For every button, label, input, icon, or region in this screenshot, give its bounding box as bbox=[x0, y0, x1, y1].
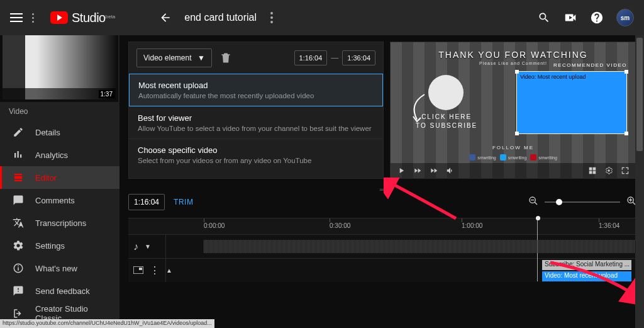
option-desc: Allow YouTube to select a video from you… bbox=[138, 125, 374, 132]
info-icon bbox=[13, 263, 24, 274]
grid-icon[interactable] bbox=[588, 166, 597, 175]
chevron-down-icon[interactable]: ▼ bbox=[145, 243, 151, 250]
vertical-scrollbar[interactable] bbox=[635, 35, 644, 328]
audio-track: ♪ ▼ bbox=[128, 234, 636, 258]
music-note-icon: ♪ bbox=[133, 241, 138, 252]
preview-social-row: smwriting smwriting smwriting bbox=[391, 154, 636, 161]
delete-element-icon[interactable] bbox=[219, 52, 232, 64]
nav-label: Details bbox=[35, 128, 60, 137]
play-icon[interactable] bbox=[397, 166, 406, 175]
video-thumbnail[interactable]: 1:37 bbox=[0, 35, 118, 102]
video-options-menu-icon[interactable] bbox=[270, 12, 273, 23]
guide-menu-icon[interactable] bbox=[26, 13, 39, 23]
endscreen-track: ⋮ ▲ Subscribe: Social Marketing ... Vide… bbox=[128, 258, 636, 282]
preview-headline: THANK YOU FOR WATCHING bbox=[438, 50, 587, 60]
sidebar-nav: Details Analytics Editor Comments Transc… bbox=[0, 121, 119, 325]
end-card-subscribe-element[interactable] bbox=[428, 75, 464, 110]
main-content: Video element ▼ 1:16:04 — 1:36:04 Most r… bbox=[119, 35, 644, 328]
zoom-control bbox=[528, 196, 636, 208]
element-time-range: 1:16:04 — 1:36:04 bbox=[294, 50, 375, 65]
nav-label: Editor bbox=[35, 173, 57, 183]
end-card-label: Video: Most recent upload bbox=[517, 72, 626, 82]
sidebar: 1:37 Video Details Analytics Editor Comm… bbox=[0, 35, 119, 328]
nav-editor[interactable]: Editor bbox=[0, 166, 119, 189]
ruler-tick: 0:30:00 bbox=[330, 222, 350, 229]
nav-label: Comments bbox=[35, 196, 75, 205]
option-most-recent-upload[interactable]: Most recent upload Automatically feature… bbox=[129, 74, 383, 106]
skip-forward-icon[interactable] bbox=[430, 166, 438, 175]
zoom-slider[interactable] bbox=[545, 201, 620, 203]
range-dash: — bbox=[331, 54, 338, 62]
option-title: Most recent upload bbox=[138, 81, 374, 90]
nav-label: Send feedback bbox=[35, 286, 90, 296]
help-icon[interactable] bbox=[590, 11, 604, 25]
pencil-icon bbox=[13, 127, 24, 138]
video-title: end card tutorial bbox=[184, 12, 257, 23]
sidebar-section-label: Video bbox=[0, 102, 119, 121]
search-icon[interactable] bbox=[537, 11, 551, 25]
more-icon[interactable]: ⋮ bbox=[150, 264, 160, 276]
ruler-tick: 0:00:00 bbox=[204, 222, 225, 229]
settings-icon[interactable] bbox=[604, 166, 613, 175]
gear-icon bbox=[13, 240, 24, 251]
nav-label: Transcriptions bbox=[35, 218, 86, 228]
back-arrow-icon[interactable] bbox=[159, 11, 172, 24]
bar-chart-icon bbox=[13, 149, 24, 161]
nav-analytics[interactable]: Analytics bbox=[0, 144, 119, 166]
skip-back-icon[interactable] bbox=[413, 166, 422, 175]
volume-icon[interactable] bbox=[446, 166, 455, 175]
nav-details[interactable]: Details bbox=[0, 121, 119, 144]
chevron-down-icon: ▼ bbox=[197, 54, 205, 62]
range-end-input[interactable]: 1:36:04 bbox=[342, 50, 375, 65]
element-settings-panel: Video element ▼ 1:16:04 — 1:36:04 Most r… bbox=[128, 42, 384, 179]
youtube-play-icon bbox=[50, 11, 68, 24]
nav-comments[interactable]: Comments bbox=[0, 189, 119, 212]
element-type-dropdown[interactable]: Video element ▼ bbox=[136, 48, 212, 67]
create-video-icon[interactable] bbox=[564, 11, 577, 25]
option-best-for-viewer[interactable]: Best for viewer Allow YouTube to select … bbox=[129, 106, 383, 139]
nav-label: Analytics bbox=[35, 150, 68, 160]
recommended-label: RECOMMENDED VIDEO bbox=[553, 62, 627, 68]
svg-rect-2 bbox=[18, 266, 19, 267]
preview-follow-label: FOLLOW ME bbox=[391, 145, 636, 150]
nav-send-feedback[interactable]: Send feedback bbox=[0, 280, 119, 302]
nav-transcriptions[interactable]: Transcriptions bbox=[0, 212, 119, 234]
timeline-chip-video[interactable]: Video: Most recent upload bbox=[542, 271, 631, 281]
option-choose-specific[interactable]: Choose specific video Select from your v… bbox=[129, 139, 383, 171]
svg-point-3 bbox=[608, 169, 610, 172]
youtube-studio-logo[interactable]: Studiobeta bbox=[50, 11, 115, 25]
hamburger-icon[interactable] bbox=[10, 13, 23, 22]
svg-rect-12 bbox=[139, 268, 142, 270]
panel-resize-handle[interactable]: ═ bbox=[375, 185, 390, 194]
end-card-video-element[interactable]: Video: Most recent upload bbox=[516, 71, 627, 134]
zoom-out-icon[interactable] bbox=[528, 196, 538, 208]
endscreen-track-body[interactable]: Subscribe: Social Marketing ... Video: M… bbox=[166, 259, 636, 282]
logo-text: Studiobeta bbox=[72, 11, 115, 25]
fullscreen-icon[interactable] bbox=[621, 166, 630, 175]
timeline: ═ 1:16:04 TRIM 0:00:00 0:30:00 1:00:00 1… bbox=[128, 185, 636, 328]
nav-label: What's new bbox=[35, 264, 77, 273]
nav-label: Settings bbox=[35, 241, 65, 251]
time-ruler[interactable]: 0:00:00 0:30:00 1:00:00 1:36:04 bbox=[128, 218, 636, 234]
svg-line-5 bbox=[535, 202, 537, 205]
thumbnail-duration: 1:37 bbox=[99, 90, 114, 98]
video-preview: THANK YOU FOR WATCHING Please Like and C… bbox=[390, 42, 636, 179]
nav-whats-new[interactable]: What's new bbox=[0, 257, 119, 280]
playhead-time[interactable]: 1:16:04 bbox=[128, 194, 165, 210]
feedback-icon bbox=[13, 285, 24, 297]
trim-button[interactable]: TRIM bbox=[174, 198, 193, 206]
top-right-tools: sm bbox=[537, 9, 634, 26]
account-avatar[interactable]: sm bbox=[616, 9, 634, 26]
comment-icon bbox=[13, 195, 24, 206]
exit-icon bbox=[13, 308, 24, 319]
timeline-chip-subscribe[interactable]: Subscribe: Social Marketing ... bbox=[542, 260, 631, 270]
audio-track-body[interactable] bbox=[166, 235, 636, 258]
preview-controls bbox=[391, 163, 636, 178]
nav-settings[interactable]: Settings bbox=[0, 234, 119, 257]
preview-subline: Please Like and Comment! bbox=[479, 61, 547, 65]
editor-panels: Video element ▼ 1:16:04 — 1:36:04 Most r… bbox=[128, 42, 636, 179]
option-title: Choose specific video bbox=[138, 145, 374, 155]
dropdown-label: Video element bbox=[143, 54, 192, 62]
top-bar: Studiobeta end card tutorial sm bbox=[0, 0, 644, 35]
range-start-input[interactable]: 1:16:04 bbox=[294, 50, 328, 65]
